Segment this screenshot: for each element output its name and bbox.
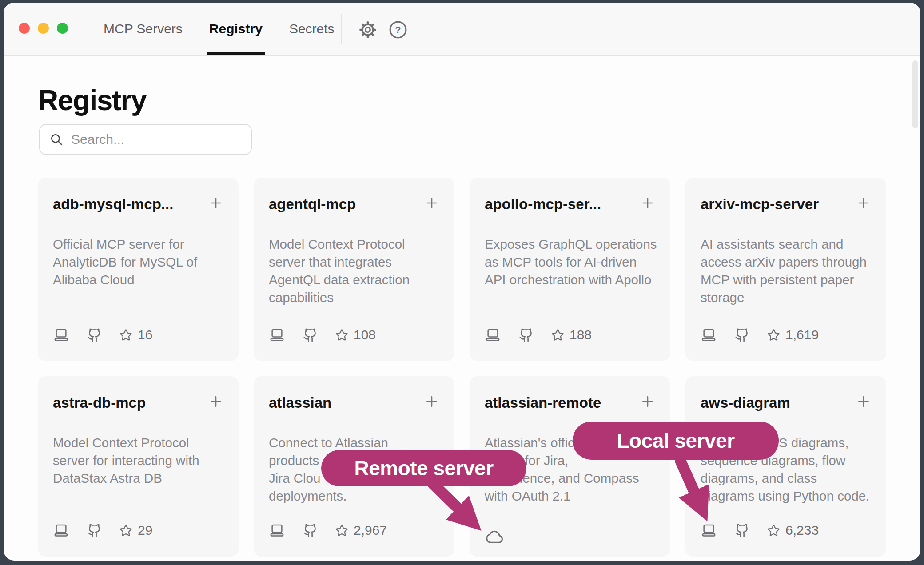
close-button[interactable] xyxy=(19,23,30,34)
tab-mcp-servers[interactable]: MCP Servers xyxy=(104,3,183,55)
scrollbar-thumb[interactable] xyxy=(912,60,918,128)
star-count: 188 xyxy=(570,327,592,342)
server-description: Exposes GraphQL operationsas MCP tools f… xyxy=(485,235,655,289)
tab-secrets[interactable]: Secrets xyxy=(289,3,335,55)
page-title: Registry xyxy=(38,84,146,117)
add-server-button[interactable] xyxy=(424,195,439,212)
local-server-arrow xyxy=(649,458,729,533)
server-description: Official MCP server forAnalyticDB for My… xyxy=(53,235,223,289)
plus-icon xyxy=(424,394,439,409)
laptop-icon xyxy=(701,328,717,342)
server-description: Model Context Protocolserver for interac… xyxy=(53,434,223,487)
help-icon[interactable]: ? xyxy=(388,20,408,40)
server-name: astra-db-mcp xyxy=(53,393,146,413)
server-name: atlassian xyxy=(269,393,331,413)
laptop-icon xyxy=(53,523,69,537)
server-name: adb-mysql-mcp... xyxy=(53,195,173,214)
search-input[interactable] xyxy=(70,131,236,147)
add-server-button[interactable] xyxy=(424,394,439,410)
server-meta: 108 xyxy=(269,327,376,342)
server-card-apollo[interactable]: apollo-mcp-ser... Exposes GraphQL operat… xyxy=(470,178,670,361)
star-count: 2,967 xyxy=(354,523,387,538)
plus-icon xyxy=(640,195,655,211)
star-icon xyxy=(335,329,348,342)
add-server-button[interactable] xyxy=(208,195,223,212)
zoom-button[interactable] xyxy=(57,23,68,34)
github-icon xyxy=(303,523,318,538)
screen: MCP Servers Registry Secrets ? xyxy=(0,0,924,565)
server-meta: 1,619 xyxy=(701,327,819,342)
server-meta: 2,967 xyxy=(269,523,387,538)
server-card-astra-db[interactable]: astra-db-mcp Model Context Protocolserve… xyxy=(38,376,239,557)
star-icon xyxy=(767,524,780,537)
search-box[interactable] xyxy=(39,124,252,155)
star-count: 16 xyxy=(138,327,152,342)
star-icon xyxy=(119,329,132,342)
github-icon xyxy=(87,328,102,342)
svg-text:?: ? xyxy=(395,24,401,36)
star-icon xyxy=(119,524,132,537)
minimize-button[interactable] xyxy=(38,23,49,34)
server-meta: 16 xyxy=(53,327,152,342)
add-server-button[interactable] xyxy=(856,195,871,212)
laptop-icon xyxy=(53,328,69,342)
server-description: Model Context Protocolserver that integr… xyxy=(269,235,439,306)
laptop-icon xyxy=(269,523,285,537)
server-name: atlassian-remote xyxy=(485,393,601,413)
github-icon xyxy=(735,523,749,538)
star-count: 29 xyxy=(138,523,152,538)
plus-icon xyxy=(208,394,223,409)
github-icon xyxy=(735,328,749,342)
laptop-icon xyxy=(269,328,285,342)
server-meta: 188 xyxy=(485,327,592,342)
laptop-icon xyxy=(485,328,501,342)
search-icon xyxy=(50,133,63,146)
title-bar: MCP Servers Registry Secrets ? xyxy=(4,3,920,56)
github-icon xyxy=(303,328,318,342)
plus-icon xyxy=(856,195,871,211)
star-count: 6,233 xyxy=(785,523,819,538)
server-name: aws-diagram xyxy=(701,393,790,413)
server-name: apollo-mcp-ser... xyxy=(485,195,601,214)
tab-registry[interactable]: Registry xyxy=(209,3,263,55)
remote-server-arrow xyxy=(413,479,502,545)
server-card-adb-mysql[interactable]: adb-mysql-mcp... Official MCP server for… xyxy=(38,178,239,361)
server-name: arxiv-mcp-server xyxy=(701,195,819,214)
add-server-button[interactable] xyxy=(208,394,223,410)
add-server-button[interactable] xyxy=(640,394,655,410)
plus-icon xyxy=(424,195,439,211)
star-icon xyxy=(551,329,564,342)
plus-icon xyxy=(856,394,871,409)
plus-icon xyxy=(640,394,655,409)
server-description: AI assistants search andaccess arXiv pap… xyxy=(701,235,871,306)
toolbar-divider xyxy=(341,14,342,44)
gear-icon[interactable] xyxy=(358,20,378,40)
github-icon xyxy=(519,328,534,342)
plus-icon xyxy=(208,195,223,211)
star-icon xyxy=(767,329,780,342)
server-card-arxiv[interactable]: arxiv-mcp-server AI assistants search an… xyxy=(685,178,886,361)
server-name: agentql-mcp xyxy=(269,195,356,214)
server-card-agentql[interactable]: agentql-mcp Model Context Protocolserver… xyxy=(254,178,454,361)
tab-bar: MCP Servers Registry Secrets xyxy=(104,3,335,55)
star-icon xyxy=(335,524,348,537)
star-count: 1,619 xyxy=(785,327,819,342)
github-icon xyxy=(87,523,102,538)
add-server-button[interactable] xyxy=(640,195,655,212)
server-meta: 29 xyxy=(53,523,152,538)
star-count: 108 xyxy=(354,327,376,342)
local-server-callout: Local server xyxy=(573,422,779,460)
add-server-button[interactable] xyxy=(856,394,871,410)
